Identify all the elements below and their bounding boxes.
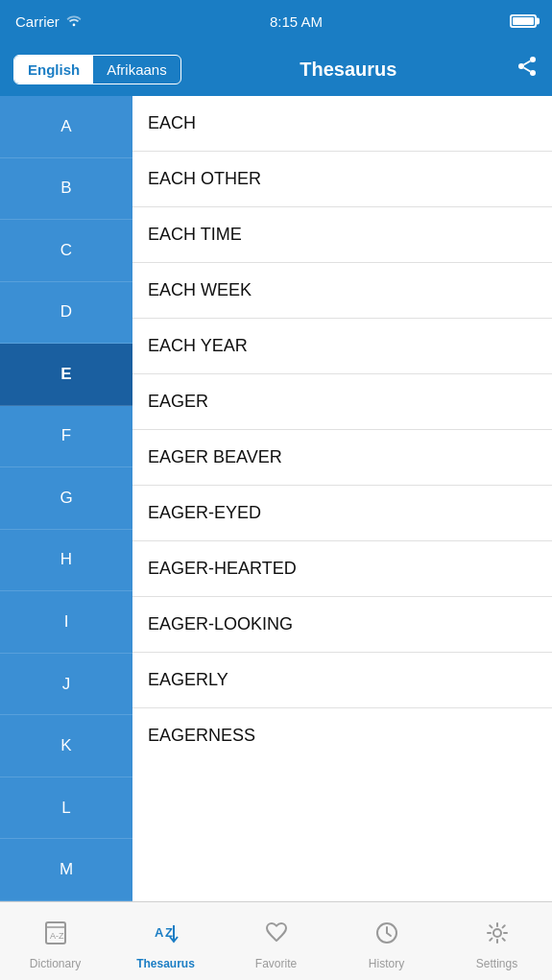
main-content: A B C D E F G H I J K L M EACH EACH OTHE… <box>0 96 552 901</box>
alpha-item-F[interactable]: F <box>0 406 132 468</box>
alphabet-sidebar: A B C D E F G H I J K L M <box>0 96 132 901</box>
list-item[interactable]: EAGERLY <box>132 653 552 708</box>
svg-line-3 <box>524 68 531 72</box>
battery-icon <box>510 14 537 28</box>
time-label: 8:15 AM <box>270 13 323 30</box>
list-item[interactable]: EACH <box>132 96 552 152</box>
list-item[interactable]: EAGER-HEARTED <box>132 541 552 597</box>
word-list: EACH EACH OTHER EACH TIME EACH WEEK EACH… <box>132 96 552 901</box>
thesaurus-label: Thesaurus <box>136 957 195 970</box>
svg-text:A-Z: A-Z <box>50 931 64 941</box>
tab-settings[interactable]: Settings <box>442 912 552 970</box>
alpha-item-H[interactable]: H <box>0 530 132 592</box>
tab-favorite[interactable]: Favorite <box>221 912 331 970</box>
wifi-icon <box>65 13 83 30</box>
list-item[interactable]: EACH OTHER <box>132 152 552 207</box>
history-label: History <box>369 957 404 970</box>
alpha-item-B[interactable]: B <box>0 158 132 221</box>
tab-bar: A-Z Dictionary A Z Thesaurus Favorite <box>0 901 552 980</box>
afrikaans-button[interactable]: Afrikaans <box>93 56 180 84</box>
list-item[interactable]: EAGER BEAVER <box>132 430 552 486</box>
alpha-item-K[interactable]: K <box>0 715 132 777</box>
favorite-label: Favorite <box>255 957 297 970</box>
list-item[interactable]: EACH YEAR <box>132 319 552 374</box>
settings-label: Settings <box>476 957 517 970</box>
svg-point-2 <box>530 70 536 76</box>
english-button[interactable]: English <box>14 56 93 84</box>
history-icon <box>373 920 400 953</box>
svg-line-4 <box>524 61 531 65</box>
alpha-item-G[interactable]: G <box>0 467 132 530</box>
alpha-item-L[interactable]: L <box>0 777 132 840</box>
svg-point-0 <box>530 57 536 62</box>
svg-point-1 <box>518 63 524 69</box>
favorite-icon <box>263 920 290 953</box>
settings-icon <box>484 920 511 953</box>
share-button[interactable] <box>516 55 539 84</box>
alpha-item-C[interactable]: C <box>0 220 132 282</box>
alpha-item-I[interactable]: I <box>0 591 132 654</box>
dictionary-icon: A-Z <box>42 920 69 953</box>
alpha-item-D[interactable]: D <box>0 282 132 345</box>
svg-text:A: A <box>155 925 164 940</box>
status-left: Carrier <box>15 13 83 30</box>
tab-thesaurus[interactable]: A Z Thesaurus <box>110 912 221 970</box>
alpha-item-A[interactable]: A <box>0 96 132 158</box>
language-toggle[interactable]: English Afrikaans <box>13 55 181 84</box>
nav-bar: English Afrikaans Thesaurus <box>0 42 552 96</box>
alpha-item-M[interactable]: M <box>0 839 132 901</box>
list-item[interactable]: EAGER-EYED <box>132 486 552 541</box>
list-item[interactable]: EAGER <box>132 374 552 430</box>
nav-title: Thesaurus <box>193 59 504 81</box>
list-item[interactable]: EAGER-LOOKING <box>132 597 552 653</box>
alpha-item-E[interactable]: E <box>0 344 132 406</box>
status-bar: Carrier 8:15 AM <box>0 0 552 42</box>
list-item[interactable]: EACH TIME <box>132 207 552 263</box>
list-item[interactable]: EAGERNESS <box>132 708 552 763</box>
tab-dictionary[interactable]: A-Z Dictionary <box>0 912 110 970</box>
thesaurus-icon: A Z <box>153 920 180 953</box>
alpha-item-J[interactable]: J <box>0 654 132 716</box>
tab-history[interactable]: History <box>331 912 442 970</box>
carrier-label: Carrier <box>15 13 60 30</box>
dictionary-label: Dictionary <box>30 957 81 970</box>
svg-point-12 <box>493 929 501 937</box>
list-item[interactable]: EACH WEEK <box>132 263 552 319</box>
